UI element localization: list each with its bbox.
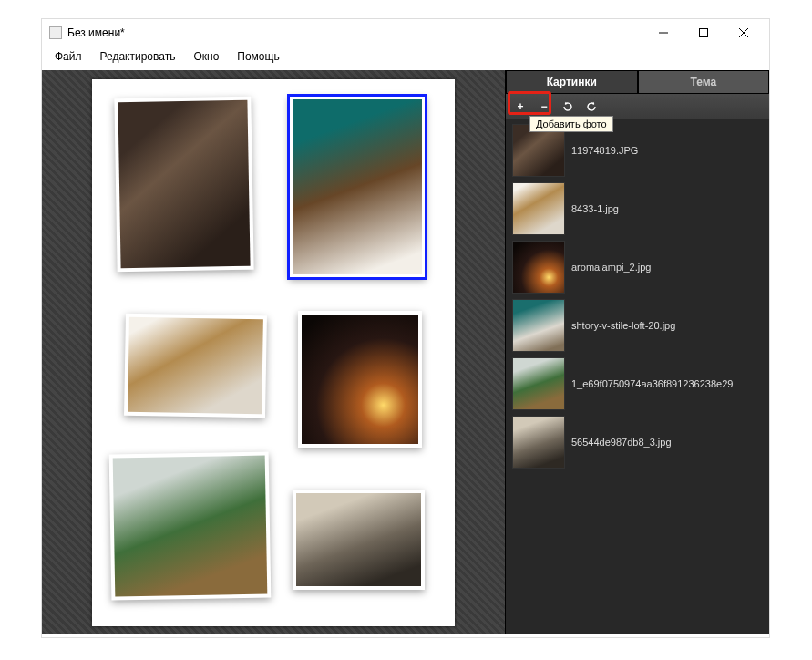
panel-toolbar: + − Добавить фото — [506, 94, 769, 119]
canvas-area[interactable] — [42, 70, 505, 634]
maximize-button[interactable] — [684, 20, 724, 46]
window-title: Без имени* — [67, 26, 125, 39]
file-name: aromalampi_2.jpg — [571, 262, 651, 273]
close-icon — [739, 28, 748, 37]
add-photo-button[interactable]: + — [513, 99, 528, 114]
side-panel: Картинки Тема + − Добавить фото 11974819… — [505, 70, 769, 634]
file-name: shtory-v-stile-loft-20.jpg — [571, 320, 675, 331]
panel-tabs: Картинки Тема — [506, 70, 769, 94]
photo-frame[interactable] — [298, 311, 422, 448]
photo-frame-selected[interactable] — [289, 96, 426, 278]
collage-page — [92, 79, 455, 626]
thumbnail — [513, 183, 564, 234]
thumbnail — [513, 125, 564, 176]
list-item[interactable]: 8433-1.jpg — [513, 183, 764, 234]
rotate-cw-icon — [585, 100, 598, 113]
menu-edit[interactable]: Редактировать — [93, 48, 183, 65]
photo-frame[interactable] — [114, 97, 253, 273]
file-name: 11974819.JPG — [571, 145, 638, 156]
thumbnail — [513, 358, 564, 409]
titlebar: Без имени* — [42, 19, 769, 46]
rotate-ccw-button[interactable] — [560, 99, 575, 114]
file-name: 8433-1.jpg — [571, 203, 619, 214]
list-item[interactable]: shtory-v-stile-loft-20.jpg — [513, 300, 764, 351]
window-controls — [643, 20, 764, 46]
photo-frame[interactable] — [293, 490, 425, 590]
list-item[interactable]: aromalampi_2.jpg — [513, 242, 764, 293]
tab-theme[interactable]: Тема — [638, 70, 770, 94]
tab-pictures[interactable]: Картинки — [506, 70, 638, 94]
app-icon — [49, 26, 62, 39]
list-item[interactable]: 56544de987db8_3.jpg — [513, 417, 764, 468]
file-name: 56544de987db8_3.jpg — [571, 437, 672, 448]
photo-frame[interactable] — [109, 451, 272, 600]
menu-file[interactable]: Файл — [47, 48, 89, 65]
menu-help[interactable]: Помощь — [230, 48, 286, 65]
app-window: Без имени* Файл Редактировать Окно Помощ… — [41, 18, 770, 638]
menubar: Файл Редактировать Окно Помощь — [42, 46, 769, 70]
minimize-icon — [659, 28, 668, 37]
list-item[interactable]: 1_e69f0750974aa36f891236238e29 — [513, 358, 764, 409]
plus-icon: + — [517, 100, 523, 113]
workspace: Картинки Тема + − Добавить фото 11974819… — [42, 70, 769, 634]
menu-window[interactable]: Окно — [186, 48, 226, 65]
remove-photo-button[interactable]: − — [537, 99, 551, 114]
maximize-icon — [699, 28, 708, 37]
rotate-ccw-icon — [561, 100, 574, 113]
thumbnail — [513, 300, 564, 351]
thumbnail — [513, 417, 564, 468]
image-list[interactable]: 11974819.JPG 8433-1.jpg aromalampi_2.jpg… — [506, 119, 769, 634]
rotate-cw-button[interactable] — [584, 99, 599, 114]
minus-icon: − — [540, 100, 547, 113]
list-item[interactable]: 11974819.JPG — [513, 125, 764, 176]
minimize-button[interactable] — [643, 20, 684, 46]
close-button[interactable] — [724, 20, 764, 46]
thumbnail — [513, 242, 564, 293]
svg-rect-1 — [700, 29, 708, 37]
photo-frame[interactable] — [124, 314, 267, 418]
file-name: 1_e69f0750974aa36f891236238e29 — [571, 378, 733, 389]
add-photo-tooltip: Добавить фото — [529, 116, 613, 132]
